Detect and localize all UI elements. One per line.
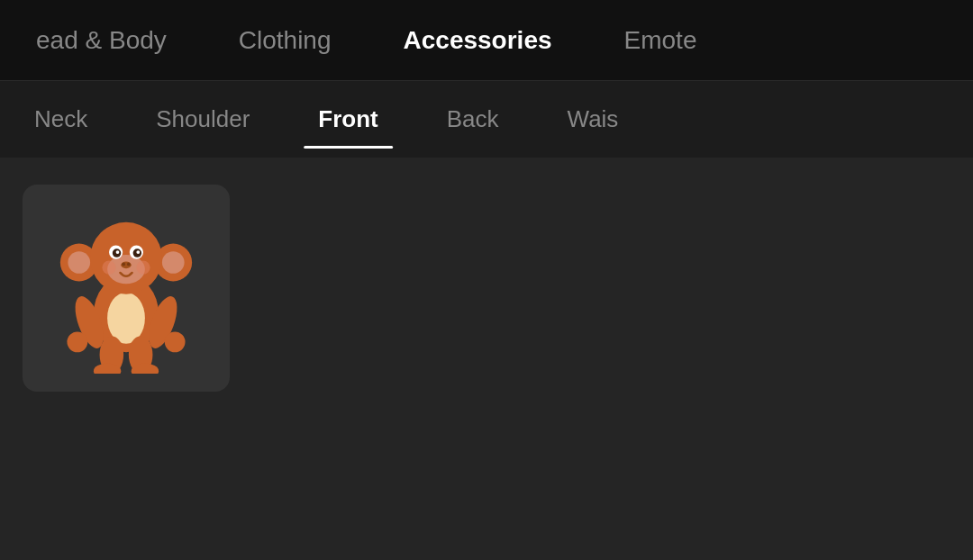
svg-point-18 bbox=[136, 261, 150, 275]
svg-point-5 bbox=[162, 251, 185, 274]
subtab-waist[interactable]: Wais bbox=[533, 81, 653, 158]
accessory-item-monkey[interactable] bbox=[23, 185, 230, 392]
svg-point-20 bbox=[67, 331, 87, 352]
svg-point-15 bbox=[122, 263, 125, 266]
tab-emote[interactable]: Emote bbox=[588, 0, 733, 80]
svg-point-22 bbox=[165, 331, 186, 352]
subtab-front[interactable]: Front bbox=[284, 81, 412, 158]
item-grid bbox=[23, 185, 950, 392]
top-navigation: ead & Body Clothing Accessories Emote bbox=[0, 0, 973, 81]
tab-clothing[interactable]: Clothing bbox=[203, 0, 368, 80]
svg-point-13 bbox=[136, 250, 140, 254]
tab-head-body[interactable]: ead & Body bbox=[0, 0, 203, 80]
tab-accessories[interactable]: Accessories bbox=[368, 0, 588, 80]
content-area bbox=[0, 158, 973, 560]
svg-point-1 bbox=[107, 293, 145, 344]
svg-point-12 bbox=[116, 250, 120, 254]
subtab-shoulder[interactable]: Shoulder bbox=[122, 81, 284, 158]
subtab-neck[interactable]: Neck bbox=[0, 81, 122, 158]
svg-point-17 bbox=[102, 261, 115, 275]
sub-navigation: Neck Shoulder Front Back Wais bbox=[0, 81, 973, 158]
svg-point-3 bbox=[68, 251, 90, 274]
svg-point-16 bbox=[127, 263, 131, 266]
monkey-icon bbox=[50, 203, 203, 374]
